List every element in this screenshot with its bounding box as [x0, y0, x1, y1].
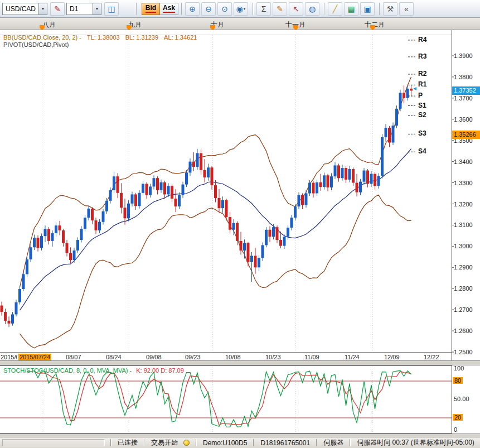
candle-body — [171, 186, 173, 199]
price-axis-label: 1.3000 — [454, 243, 473, 249]
chart-type-button[interactable]: ◫ — [104, 2, 119, 16]
candle-body — [11, 315, 14, 324]
cursor-icon-button[interactable]: ↖ — [289, 2, 303, 16]
candle-body — [356, 183, 358, 192]
globe-icon: ◍ — [309, 4, 316, 13]
candle-body — [341, 168, 344, 178]
candle-body — [254, 256, 257, 267]
annotation-icon: ✎ — [277, 4, 283, 13]
candle-body — [392, 126, 395, 142]
candle-body — [214, 185, 217, 198]
status-account: Demo:U100D5 — [203, 439, 247, 447]
pivot-label-s4: S4 — [418, 147, 426, 155]
main-chart: BB(USD/CAD.Close, 20, 2) -TL: 1.38003BL:… — [0, 30, 480, 360]
ruler-icon-button[interactable]: ╱ — [328, 2, 342, 16]
bollinger-lower-line — [20, 195, 411, 348]
stoch-axis-label: 20 — [453, 414, 463, 421]
candle-body — [142, 184, 144, 192]
pen-icon-button[interactable]: ✎ — [50, 2, 65, 16]
candle-body — [174, 199, 177, 206]
bid-label: Bid — [146, 4, 156, 13]
candle-body — [287, 228, 289, 237]
chevron-down-icon[interactable]: ▼ — [93, 3, 101, 15]
ask-label: Ask — [163, 4, 175, 13]
candle-body — [51, 233, 54, 241]
coin-icon — [183, 440, 190, 446]
candle-body — [316, 182, 318, 194]
candle-body — [69, 253, 72, 261]
price-axis-label: 1.2800 — [454, 285, 473, 292]
chart-image-icon: ▦ — [347, 4, 355, 13]
bb-average-line-value: AL: 1.34621 — [164, 34, 197, 41]
timeframe-combo[interactable]: D1 ▼ — [66, 3, 101, 15]
status-separator — [196, 439, 197, 446]
status-bar: 已连接 交易开始 Demo:U100D5 D181961765001 伺服器 伺… — [0, 437, 480, 448]
pivot-label-r2: R2 — [418, 70, 426, 78]
chart-image-icon-button[interactable]: ▦ — [344, 2, 358, 16]
zoom-reset-icon: ⊙ — [221, 4, 228, 13]
candle-body — [138, 193, 141, 206]
candle-body — [221, 200, 224, 208]
symbol-combo[interactable]: USD/CAD ▼ — [2, 3, 47, 15]
candle-body — [319, 182, 322, 187]
candle-body — [178, 195, 181, 206]
candle-body — [388, 128, 391, 143]
magnifier-icon-button[interactable]: ◉▾ — [234, 2, 248, 16]
candle-body — [160, 182, 163, 190]
zoom-in-icon-button[interactable]: ⊕ — [185, 2, 200, 16]
marked-price-tag: 1.35266 — [452, 131, 480, 139]
candle-body — [4, 312, 7, 321]
price-axis-label: 1.3200 — [454, 201, 473, 208]
candle-body — [305, 194, 308, 205]
candle-body — [265, 230, 268, 245]
candle-body — [374, 174, 376, 186]
candle-body — [406, 89, 409, 98]
candle-body — [330, 176, 333, 187]
overflow-icon-button[interactable]: « — [399, 2, 414, 16]
price-axis-label: 1.3700 — [454, 95, 473, 102]
candle-body — [40, 236, 43, 248]
candle-body — [22, 274, 25, 289]
candle-body — [334, 165, 337, 176]
zoom-out-icon-button[interactable]: ⊖ — [201, 2, 216, 16]
candle-body — [80, 229, 83, 240]
date-axis-label: 12/09 — [384, 354, 400, 360]
candle-body — [8, 321, 11, 324]
candle-body — [276, 227, 279, 240]
status-connection: 已连接 — [118, 438, 138, 447]
candle-body — [44, 229, 47, 236]
toolbar-separator — [253, 3, 254, 15]
stoch-panel: STOCH/STOC(USD/CAD, 8, 0, 0, MVA, MVA) -… — [0, 365, 480, 433]
date-axis-label: 2015/07/24 — [18, 354, 51, 360]
tools-icon-button[interactable]: ⚒ — [383, 2, 397, 16]
zoom-reset-icon-button[interactable]: ⊙ — [217, 2, 232, 16]
candle-body — [243, 243, 246, 251]
annotation-icon-button[interactable]: ✎ — [273, 2, 287, 16]
panel-separator[interactable] — [0, 433, 480, 437]
candle-body — [232, 223, 235, 230]
toolbar-separator — [136, 3, 137, 15]
candle-body — [272, 227, 275, 237]
status-trade-state: 交易开始 — [151, 438, 178, 447]
candle-body — [1, 306, 3, 312]
date-axis-label: 10/08 — [225, 354, 241, 360]
candle-body — [211, 167, 214, 185]
candle-body — [395, 109, 398, 126]
globe-icon-button[interactable]: ◍ — [305, 2, 319, 16]
ask-button[interactable]: Ask — [160, 3, 178, 15]
candle-body — [98, 222, 101, 230]
chevron-down-icon[interactable]: ▼ — [38, 3, 47, 15]
monitor-icon-button[interactable]: ▣ — [360, 2, 375, 16]
candle-body — [327, 175, 329, 187]
candle-body — [146, 184, 148, 195]
overflow-icon: « — [404, 4, 409, 13]
candle-body — [337, 165, 340, 178]
stoch-kd-values: K: 92.00 D: 87.09 — [136, 367, 184, 374]
indicators-icon-button[interactable]: Σ — [256, 2, 271, 16]
candle-body — [62, 230, 65, 243]
panel-separator[interactable] — [0, 360, 480, 365]
candle-body — [261, 245, 264, 258]
bid-button[interactable]: Bid — [142, 3, 160, 15]
candlestick-chart-svg — [0, 30, 480, 360]
price-axis-label: 1.3900 — [454, 52, 473, 59]
